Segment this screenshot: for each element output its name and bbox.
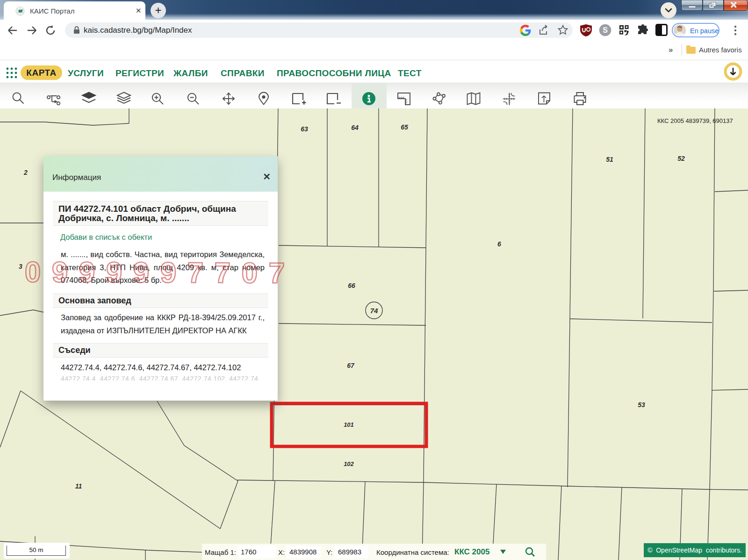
svg-text:64: 64 — [351, 124, 359, 131]
svg-text:67: 67 — [347, 362, 355, 369]
svg-text:6: 6 — [497, 240, 501, 248]
svg-text:53: 53 — [638, 401, 645, 409]
svg-text:2: 2 — [23, 169, 28, 176]
svg-text:63: 63 — [301, 125, 308, 133]
svg-text:11: 11 — [75, 482, 82, 490]
svg-text:3: 3 — [19, 263, 22, 270]
svg-text:51: 51 — [606, 156, 613, 163]
svg-text:65: 65 — [401, 123, 408, 131]
svg-text:66: 66 — [348, 282, 355, 289]
svg-text:74: 74 — [370, 307, 378, 315]
svg-text:102: 102 — [344, 460, 354, 467]
svg-text:101: 101 — [344, 421, 354, 428]
svg-text:52: 52 — [677, 155, 685, 162]
svg-text:S: S — [603, 26, 608, 34]
